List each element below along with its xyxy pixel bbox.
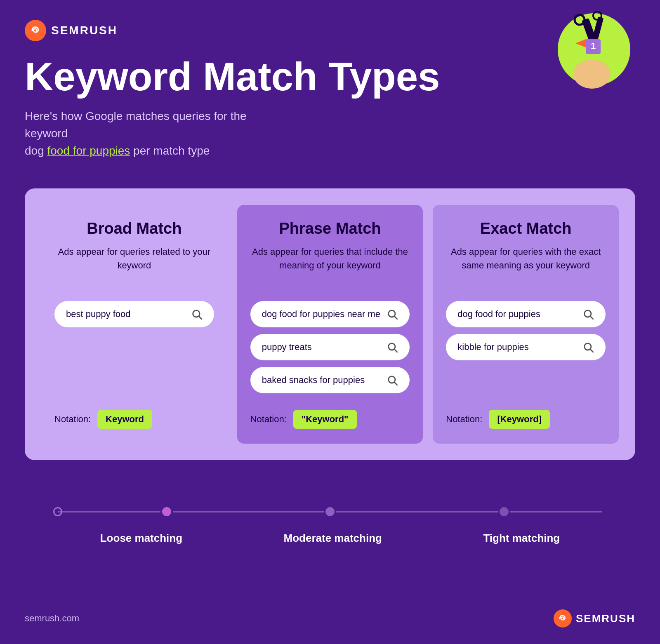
broad-match-column: Broad Match Ads appear for queries relat… [41,205,227,444]
svg-line-20 [395,382,397,385]
subtitle-text: Here's how Google matches queries for th… [25,108,272,160]
semrush-logo-icon [25,20,46,41]
broad-search-pills: best puppy food [54,301,214,393]
page-title: Keyword Match Types [25,56,635,98]
broad-notation-label: Notation: [54,414,91,425]
footer: semrush.com SEMRUSH [0,609,660,628]
search-icon [387,374,398,386]
phrase-notation-badge: "Keyword" [293,410,357,429]
search-pill-puppy-treats: puppy treats [250,334,410,360]
exact-match-column: Exact Match Ads appear for queries with … [433,205,619,444]
phrase-notation-row: Notation: "Keyword" [250,410,410,429]
main-card: Broad Match Ads appear for queries relat… [25,188,635,460]
broad-match-desc: Ads appear for queries related to your k… [54,245,214,286]
svg-point-25 [554,609,572,628]
timeline-section: Loose matching Moderate matching Tight m… [0,477,660,561]
search-pill-text: kibble for puppies [457,342,528,353]
search-icon [191,308,203,320]
timeline-dot-broad [160,505,173,518]
phrase-match-title: Phrase Match [250,220,410,237]
svg-line-14 [199,316,201,319]
svg-rect-7 [584,62,590,78]
search-pill-baked-snacks: baked snacks for puppies [250,367,410,393]
search-pill-text: puppy treats [262,342,312,353]
search-icon [582,341,594,353]
search-icon [387,341,398,353]
exact-notation-badge: [Keyword] [489,410,550,429]
timeline-dot-exact [498,505,510,518]
svg-text:1: 1 [591,41,596,51]
timeline-label-moderate: Moderate matching [284,532,382,545]
footer-logo-text: SEMRUSH [576,612,635,625]
search-icon [387,308,398,320]
timeline-labels: Loose matching Moderate matching Tight m… [50,532,610,545]
svg-line-22 [590,316,593,319]
search-icon [582,308,594,320]
svg-rect-8 [591,60,598,76]
search-pill-kibble: kibble for puppies [446,334,606,360]
svg-rect-9 [599,62,605,78]
phrase-notation-label: Notation: [250,414,287,425]
svg-line-18 [395,349,397,352]
subtitle-plain: Here's how Google matches queries for th… [25,110,247,140]
exact-match-title: Exact Match [446,220,606,237]
footer-logo-icon [554,609,572,628]
footer-logo: SEMRUSH [554,609,635,628]
phrase-match-desc: Ads appear for queries that include the … [250,245,410,286]
timeline-label-loose: Loose matching [100,532,182,545]
search-pill-text: dog food for puppies [457,309,540,320]
search-pill-text: baked snacks for puppies [262,375,365,385]
subtitle-suffix: per match type [133,144,210,157]
logo-text: SEMRUSH [51,24,118,37]
exact-notation-label: Notation: [446,414,482,425]
timeline-dot-start [53,507,62,516]
exact-notation-row: Notation: [Keyword] [446,410,606,429]
svg-line-16 [395,316,397,319]
phrase-search-pills: dog food for puppies near me puppy treat… [250,301,410,393]
svg-line-24 [590,349,593,352]
phrase-match-column: Phrase Match Ads appear for queries that… [237,205,423,444]
svg-point-0 [25,20,46,41]
exact-search-pills: dog food for puppies kibble for puppies [446,301,606,393]
exact-match-desc: Ads appear for queries with the exact sa… [446,245,606,286]
search-pill-text: best puppy food [66,309,131,320]
timeline-label-tight: Tight matching [483,532,560,545]
header-section: SEMRUSH 1 Keyword Match Types Here's how… [0,0,660,172]
search-pill-dog-food-puppies: dog food for puppies [446,301,606,327]
keyword-highlight: food for puppies [47,144,130,157]
broad-match-title: Broad Match [54,220,214,237]
search-pill-best-puppy-food: best puppy food [54,301,214,327]
timeline-dot-phrase [324,505,336,518]
search-pill-dog-food-near-me: dog food for puppies near me [250,301,410,327]
broad-notation-row: Notation: Keyword [54,410,214,429]
logo-area: SEMRUSH [25,20,635,41]
search-pill-text: dog food for puppies near me [262,309,380,320]
timeline-track [58,501,602,522]
keys-illustration: 1 [544,8,635,99]
footer-url: semrush.com [25,613,79,624]
hero-illustration: 1 [544,8,635,99]
broad-notation-badge: Keyword [97,410,152,429]
